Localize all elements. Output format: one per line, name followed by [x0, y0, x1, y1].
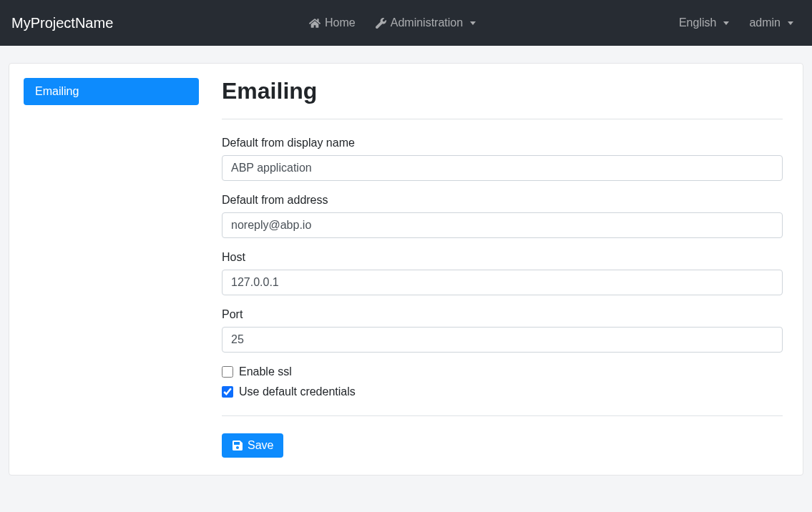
divider: [222, 415, 783, 416]
input-port[interactable]: [222, 327, 783, 353]
nav-language[interactable]: English: [672, 11, 736, 35]
save-button[interactable]: Save: [222, 433, 283, 458]
nav-home-label: Home: [325, 16, 356, 29]
nav-administration[interactable]: Administration: [368, 11, 483, 35]
field-port: Port: [222, 308, 783, 353]
settings-tabs: Emailing: [24, 78, 199, 458]
save-icon: [232, 440, 243, 451]
page-title: Emailing: [222, 78, 783, 104]
label-default-from-address: Default from address: [222, 194, 783, 207]
nav-administration-label: Administration: [391, 16, 463, 29]
chevron-down-icon: [723, 21, 729, 25]
field-host: Host: [222, 251, 783, 295]
input-default-from-address[interactable]: [222, 212, 783, 238]
divider: [222, 119, 783, 119]
wrench-icon: [376, 18, 386, 29]
label-port: Port: [222, 308, 783, 321]
chevron-down-icon: [788, 21, 793, 25]
checkbox-use-default-credentials[interactable]: [222, 386, 233, 398]
label-enable-ssl[interactable]: Enable ssl: [239, 365, 292, 378]
checkbox-enable-ssl[interactable]: [222, 366, 233, 378]
nav-language-label: English: [679, 16, 716, 29]
input-host[interactable]: [222, 270, 783, 295]
navbar: MyProjectName Home Administration Englis…: [0, 0, 812, 46]
nav-user[interactable]: admin: [742, 11, 801, 35]
nav-user-label: admin: [749, 16, 781, 29]
label-default-from-display-name: Default from display name: [222, 137, 783, 149]
field-default-from-address: Default from address: [222, 194, 783, 238]
label-use-default-credentials[interactable]: Use default credentials: [239, 385, 356, 398]
navbar-brand[interactable]: MyProjectName: [11, 15, 113, 31]
nav-home[interactable]: Home: [302, 11, 363, 35]
navbar-nav-left: Home Administration: [302, 11, 483, 35]
label-host: Host: [222, 251, 783, 264]
field-use-default-credentials: Use default credentials: [222, 385, 783, 398]
input-default-from-display-name[interactable]: [222, 155, 783, 181]
navbar-nav-right: English admin: [672, 11, 801, 35]
home-icon: [309, 18, 321, 29]
chevron-down-icon: [470, 21, 476, 25]
settings-content: Emailing Default from display name Defau…: [199, 78, 788, 458]
tab-emailing[interactable]: Emailing: [24, 78, 199, 105]
main-container: Emailing Emailing Default from display n…: [0, 46, 812, 484]
save-button-label: Save: [248, 439, 273, 452]
field-default-from-display-name: Default from display name: [222, 137, 783, 181]
settings-card: Emailing Emailing Default from display n…: [9, 63, 803, 476]
field-enable-ssl: Enable ssl: [222, 365, 783, 378]
